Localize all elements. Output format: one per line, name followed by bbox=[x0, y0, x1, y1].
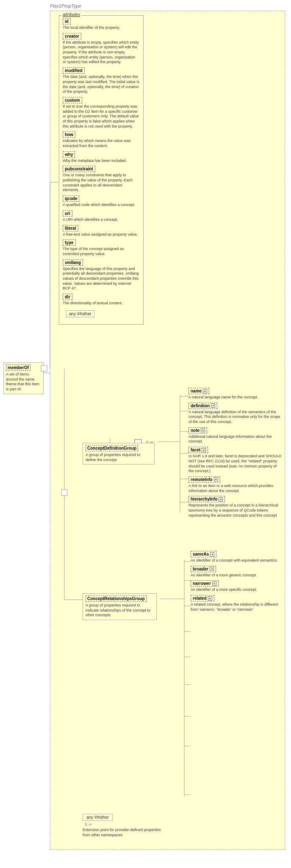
main-container: Flex1PropType attributes id The local id… bbox=[0, 0, 291, 868]
concept-def-group-box: ConceptDefinitionGroup A group of proper… bbox=[83, 443, 155, 465]
definition-icon: + bbox=[211, 403, 215, 408]
attr-type-name: type bbox=[63, 239, 76, 246]
attr-id-desc: The local identifier of the property. bbox=[63, 25, 140, 31]
right-item-note-desc: Additional natural language information … bbox=[188, 434, 282, 444]
right-rel-elements-group: sameAs + An identifier of a concept with… bbox=[191, 551, 284, 615]
attr-pubconstraint-name: pubconstraint bbox=[63, 166, 95, 172]
attr-modified: modified The date (and, optionally, the … bbox=[63, 67, 140, 95]
right-item-hierarchyinfo: hierarchyInfo + Represents the position … bbox=[188, 496, 282, 518]
right-item-hierarchyinfo-label: hierarchyInfo + bbox=[188, 496, 225, 502]
hierarchyinfo-icon: + bbox=[219, 497, 223, 501]
attributes-box: attributes id The local identifier of th… bbox=[59, 15, 144, 325]
right-item-related-desc: A related concept, where the relationshi… bbox=[191, 602, 284, 612]
note-icon: + bbox=[201, 428, 205, 432]
page-title: Flex1PropType bbox=[50, 3, 81, 8]
concept-def-group-name: ConceptDefinitionGroup bbox=[86, 445, 138, 451]
attr-uri-name: uri bbox=[63, 210, 72, 217]
right-item-definition-label: definition + bbox=[188, 403, 217, 409]
member-of-desc: A set of Items around the same theme tha… bbox=[6, 372, 41, 392]
attr-literal: literal A free-text value assigned as pr… bbox=[63, 225, 140, 237]
attr-pubconstraint-desc: One or many constraints that apply to pu… bbox=[63, 173, 140, 193]
right-item-broader-desc: An identifier of a more generic concept. bbox=[191, 573, 284, 578]
member-of-box: memberOf A set of Items around the same … bbox=[3, 362, 44, 394]
attr-qcode: qcode A qualified code which identifies … bbox=[63, 195, 140, 208]
attr-pubconstraint: pubconstraint One or many constraints th… bbox=[63, 166, 140, 193]
concept-def-group-desc: A group of properties required to define… bbox=[86, 453, 152, 462]
right-item-definition-desc: A natural language definition of the sem… bbox=[188, 410, 282, 425]
attr-custom-name: custom bbox=[63, 97, 82, 103]
right-item-remoteinfo-label: remoteInfo + bbox=[188, 476, 220, 483]
attr-id-name: id bbox=[63, 18, 71, 25]
attr-dir-desc: The directionality of textual content. bbox=[63, 301, 140, 306]
attr-creator: creator If the attribute is empty, speci… bbox=[63, 33, 140, 65]
right-item-facet: facet + In NAR 1.8 and later, facet is d… bbox=[188, 447, 282, 474]
right-item-broader-label: broader + bbox=[191, 566, 216, 572]
remoteinfo-icon: + bbox=[214, 477, 218, 481]
right-item-sameas-label: sameAs + bbox=[191, 551, 216, 557]
right-item-narrower-label: narrower + bbox=[191, 580, 219, 587]
attr-modified-name: modified bbox=[63, 67, 85, 74]
right-item-note: note + Additional natural language infor… bbox=[188, 427, 282, 444]
attr-how: how Indicates by which means the value w… bbox=[63, 131, 140, 148]
concept-rel-group-name: ConceptRelationshipsGroup bbox=[86, 595, 147, 602]
attr-modified-desc: The date (and, optionally, the time) whe… bbox=[63, 75, 140, 95]
right-item-related-label: related + bbox=[191, 595, 214, 601]
right-item-remoteinfo-desc: A link to an item or a web resource whic… bbox=[188, 484, 282, 493]
attr-why-name: why bbox=[63, 151, 75, 158]
attr-id: id The local identifier of the property. bbox=[63, 18, 140, 31]
attr-literal-desc: A free-text value assigned as property v… bbox=[63, 232, 140, 237]
narrower-icon: + bbox=[212, 581, 216, 586]
attr-xmllang: xmllang Specifies the language of this p… bbox=[63, 259, 140, 291]
any-other-attr-label: any ##other bbox=[66, 310, 94, 317]
right-item-facet-label: facet + bbox=[188, 447, 208, 453]
right-item-name: name + A natural language name for the c… bbox=[188, 388, 282, 400]
right-item-name-desc: A natural language name for the concept. bbox=[188, 395, 282, 400]
attr-why: why Why the metadata has been included. bbox=[63, 151, 140, 164]
right-item-note-label: note + bbox=[188, 427, 207, 434]
right-elements-group: name + A natural language name for the c… bbox=[188, 388, 282, 520]
any-other-attr: any ##other bbox=[63, 308, 140, 321]
attr-how-desc: Indicates by which means the value was e… bbox=[63, 139, 140, 148]
attributes-label: attributes bbox=[61, 12, 81, 17]
right-item-sameas-desc: An identifier of a concept with equivale… bbox=[191, 558, 284, 563]
attr-custom-desc: If set to true the corresponding propert… bbox=[63, 104, 140, 129]
member-of-name: memberOf bbox=[6, 364, 30, 371]
attr-uri-desc: A URI which identifies a concept. bbox=[63, 217, 140, 223]
facet-icon: + bbox=[202, 448, 206, 452]
attr-type: type The type of the concept assigned as… bbox=[63, 239, 140, 256]
any-other-bottom-box: any ##other 0..∞ Extension point for pro… bbox=[83, 814, 167, 837]
attr-uri: uri A URI which identifies a concept. bbox=[63, 210, 140, 223]
any-other-bottom-desc: Extension point for provider-defined pro… bbox=[83, 828, 167, 837]
concept-rel-group-desc: A group of properties required to indica… bbox=[86, 603, 154, 618]
attr-creator-desc: If the attribute is empty, specifies whi… bbox=[63, 40, 140, 65]
broader-icon: + bbox=[210, 567, 214, 571]
any-other-bottom-label: any ##other bbox=[83, 814, 113, 821]
attr-creator-name: creator bbox=[63, 33, 81, 39]
right-item-hierarchyinfo-desc: Represents the position of a concept in … bbox=[188, 503, 282, 518]
concept-rel-group-box: ConceptRelationshipsGroup A group of pro… bbox=[83, 593, 157, 620]
attr-why-desc: Why the metadata has been included. bbox=[63, 159, 140, 164]
right-item-name-label: name + bbox=[188, 388, 209, 394]
attr-dir: dir The directionality of textual conten… bbox=[63, 294, 140, 306]
attr-dir-name: dir bbox=[63, 294, 72, 300]
attr-xmllang-desc: Specifies the language of this property … bbox=[63, 267, 140, 291]
right-item-remoteinfo: remoteInfo + A link to an item or a web … bbox=[188, 476, 282, 493]
sameas-icon: + bbox=[210, 552, 214, 556]
right-item-narrower: narrower + An identifier of a more speci… bbox=[191, 580, 284, 593]
attr-qcode-desc: A qualified code which identifies a conc… bbox=[63, 203, 140, 208]
attr-custom: custom If set to true the corresponding … bbox=[63, 97, 140, 129]
related-icon: + bbox=[208, 596, 212, 601]
name-icon: + bbox=[203, 389, 207, 393]
attr-how-name: how bbox=[63, 131, 75, 138]
right-item-definition: definition + A natural language definiti… bbox=[188, 403, 282, 425]
right-item-sameas: sameAs + An identifier of a concept with… bbox=[191, 551, 284, 563]
right-item-narrower-desc: An identifier of a more specific concept… bbox=[191, 587, 284, 593]
right-item-broader: broader + An identifier of a more generi… bbox=[191, 566, 284, 578]
attr-qcode-name: qcode bbox=[63, 195, 79, 202]
any-other-bottom-range: 0..∞ bbox=[85, 822, 167, 826]
attr-literal-name: literal bbox=[63, 225, 78, 231]
attr-type-desc: The type of the concept assigned as cont… bbox=[63, 247, 140, 256]
right-item-related: related + A related concept, where the r… bbox=[191, 595, 284, 612]
attr-xmllang-name: xmllang bbox=[63, 259, 83, 266]
right-item-facet-desc: In NAR 1.8 and later, facet is deprecate… bbox=[188, 454, 282, 474]
